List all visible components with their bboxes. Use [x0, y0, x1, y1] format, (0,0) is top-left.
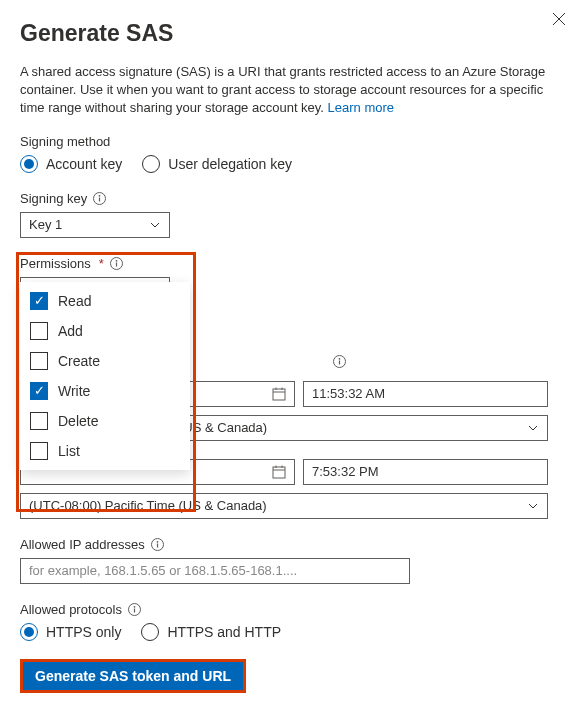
permission-label: Read: [58, 293, 91, 309]
description-text: A shared access signature (SAS) is a URI…: [20, 64, 545, 115]
radio-label: HTTPS and HTTP: [167, 624, 281, 640]
svg-rect-2: [99, 197, 100, 201]
expiry-time-input[interactable]: 7:53:32 PM: [303, 459, 548, 485]
signing-key-value: Key 1: [29, 217, 62, 232]
chevron-down-icon: [527, 500, 539, 512]
checkbox-icon: [30, 322, 48, 340]
generate-sas-panel: Generate SAS A shared access signature (…: [0, 0, 584, 708]
radio-icon: [20, 623, 38, 641]
protocol-https-and-http[interactable]: HTTPS and HTTP: [141, 623, 281, 641]
svg-point-1: [99, 194, 101, 196]
checkbox-icon: ✓: [30, 292, 48, 310]
permission-option-add[interactable]: Add: [20, 316, 190, 346]
generate-sas-button[interactable]: Generate SAS token and URL: [23, 662, 243, 690]
panel-title: Generate SAS: [20, 20, 564, 47]
start-time-value: 11:53:32 AM: [312, 386, 385, 401]
calendar-icon: [272, 465, 286, 479]
permission-label: Write: [58, 383, 90, 399]
svg-point-18: [156, 540, 158, 542]
radio-label: User delegation key: [168, 156, 292, 172]
radio-icon: [20, 155, 38, 173]
svg-rect-22: [134, 608, 135, 612]
permissions-label-text: Permissions: [20, 256, 91, 271]
signing-key-select[interactable]: Key 1: [20, 212, 170, 238]
chevron-down-icon: [149, 219, 161, 231]
permission-option-delete[interactable]: Delete: [20, 406, 190, 436]
signing-method-delegation[interactable]: User delegation key: [142, 155, 292, 173]
radio-icon: [141, 623, 159, 641]
signing-key-label: Signing key: [20, 191, 564, 206]
permission-option-read[interactable]: ✓ Read: [20, 286, 190, 316]
info-icon[interactable]: [93, 192, 106, 205]
permission-option-create[interactable]: Create: [20, 346, 190, 376]
expiry-time-value: 7:53:32 PM: [312, 464, 379, 479]
allowed-ip-placeholder: for example, 168.1.5.65 or 168.1.5.65-16…: [29, 563, 297, 578]
permission-option-list[interactable]: List: [20, 436, 190, 466]
signing-method-label: Signing method: [20, 134, 564, 149]
svg-point-7: [339, 357, 341, 359]
permissions-dropdown: ✓ Read Add Create ✓ Write Delete List: [20, 282, 190, 470]
radio-label: HTTPS only: [46, 624, 121, 640]
protocol-https-only[interactable]: HTTPS only: [20, 623, 121, 641]
svg-point-4: [115, 259, 117, 261]
svg-rect-13: [273, 467, 285, 478]
start-time-input[interactable]: 11:53:32 AM: [303, 381, 548, 407]
permission-label: Add: [58, 323, 83, 339]
expiry-timezone-value: (UTC-08:00) Pacific Time (US & Canada): [29, 498, 267, 513]
permission-option-write[interactable]: ✓ Write: [20, 376, 190, 406]
svg-rect-5: [116, 262, 117, 266]
highlight-box: Generate SAS token and URL: [20, 659, 246, 693]
checkbox-icon: [30, 412, 48, 430]
chevron-down-icon: [527, 422, 539, 434]
allowed-ip-input[interactable]: for example, 168.1.5.65 or 168.1.5.65-16…: [20, 558, 410, 584]
info-icon[interactable]: [151, 538, 164, 551]
svg-rect-8: [339, 360, 340, 364]
radio-label: Account key: [46, 156, 122, 172]
allowed-ip-label-text: Allowed IP addresses: [20, 537, 145, 552]
svg-point-21: [133, 605, 135, 607]
checkbox-icon: ✓: [30, 382, 48, 400]
permission-label: Delete: [58, 413, 98, 429]
permissions-label: Permissions *: [20, 256, 564, 271]
checkbox-icon: [30, 352, 48, 370]
allowed-protocols-group: HTTPS only HTTPS and HTTP: [20, 623, 564, 641]
svg-rect-19: [157, 543, 158, 547]
allowed-protocols-label-text: Allowed protocols: [20, 602, 122, 617]
expiry-timezone-select[interactable]: (UTC-08:00) Pacific Time (US & Canada): [20, 493, 548, 519]
radio-icon: [142, 155, 160, 173]
info-icon[interactable]: [333, 355, 346, 368]
calendar-icon: [272, 387, 286, 401]
learn-more-link[interactable]: Learn more: [328, 100, 394, 115]
signing-key-label-text: Signing key: [20, 191, 87, 206]
signing-method-account[interactable]: Account key: [20, 155, 122, 173]
panel-description: A shared access signature (SAS) is a URI…: [20, 63, 564, 118]
allowed-ip-label: Allowed IP addresses: [20, 537, 564, 552]
checkbox-icon: [30, 442, 48, 460]
close-icon[interactable]: [552, 12, 566, 26]
signing-method-group: Account key User delegation key: [20, 155, 564, 173]
svg-rect-9: [273, 389, 285, 400]
permission-label: List: [58, 443, 80, 459]
info-icon[interactable]: [110, 257, 123, 270]
required-asterisk: *: [99, 256, 104, 271]
permission-label: Create: [58, 353, 100, 369]
info-icon[interactable]: [128, 603, 141, 616]
allowed-protocols-label: Allowed protocols: [20, 602, 564, 617]
